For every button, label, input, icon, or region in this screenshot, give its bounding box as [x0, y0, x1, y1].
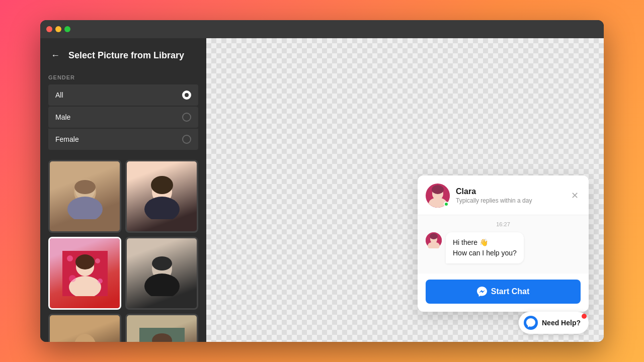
chat-body: 16:27 Hi there 👋 How c: [418, 215, 589, 274]
left-panel: ← Select Picture from Library GENDER All…: [40, 38, 206, 342]
photo-item-man4[interactable]: [125, 314, 198, 342]
photo-item-woman1[interactable]: [125, 160, 198, 233]
message-avatar: [426, 232, 442, 248]
agent-status: Typically replies within a day: [456, 197, 562, 204]
message-line1: Hi there 👋: [453, 237, 517, 248]
messenger-icon: [477, 287, 487, 297]
window-content: ← Select Picture from Library GENDER All…: [40, 38, 604, 342]
svg-point-6: [144, 197, 180, 219]
photo-item-woman2[interactable]: [48, 237, 121, 310]
gender-label: GENDER: [48, 74, 198, 80]
svg-point-12: [95, 258, 100, 263]
message-row: Hi there 👋 How can I help you?: [426, 232, 581, 263]
svg-point-26: [432, 185, 444, 194]
photo-grid: [48, 160, 198, 342]
photo-woman2: [50, 238, 120, 308]
svg-point-2: [74, 180, 96, 194]
online-indicator: [444, 202, 449, 207]
chat-agent-info: Clara Typically replies within a day: [456, 187, 562, 204]
minimize-traffic-light[interactable]: [55, 26, 61, 32]
photo-item-man2[interactable]: [125, 237, 198, 310]
svg-point-5: [151, 176, 173, 194]
message-timestamp: 16:27: [426, 221, 581, 227]
svg-point-14: [98, 279, 103, 284]
photo-man4: [127, 315, 197, 342]
svg-point-9: [75, 254, 95, 269]
close-traffic-light[interactable]: [46, 26, 52, 32]
back-button[interactable]: ←: [48, 48, 62, 62]
title-bar: [40, 20, 604, 38]
chat-close-button[interactable]: ✕: [569, 190, 581, 202]
svg-point-3: [67, 197, 103, 219]
svg-point-17: [144, 274, 180, 296]
panel-title: Select Picture from Library: [68, 50, 184, 61]
traffic-lights: [46, 26, 70, 32]
photo-item-man1[interactable]: [48, 160, 121, 233]
photo-man1: [50, 161, 120, 231]
gender-option-male[interactable]: Male: [48, 107, 198, 128]
gender-male-label: Male: [55, 113, 70, 121]
svg-point-16: [152, 256, 172, 270]
photo-man2: [127, 238, 197, 308]
maximize-traffic-light[interactable]: [64, 26, 70, 32]
message-bubble: Hi there 👋 How can I help you?: [446, 232, 524, 263]
svg-point-11: [67, 255, 73, 261]
notification-dot: [582, 314, 587, 319]
svg-point-30: [430, 233, 438, 239]
gender-male-radio[interactable]: [182, 113, 191, 122]
photo-item-man3[interactable]: [48, 314, 121, 342]
start-chat-label: Start Chat: [491, 287, 529, 296]
chat-header: Clara Typically replies within a day ✕: [418, 175, 589, 215]
gender-all-label: All: [55, 91, 63, 99]
need-help-label: Need Help?: [542, 319, 581, 327]
photo-man3: [50, 315, 120, 342]
need-help-icon: [524, 316, 538, 330]
panel-header: ← Select Picture from Library: [48, 48, 198, 62]
svg-point-18: [74, 334, 96, 342]
app-window: ← Select Picture from Library GENDER All…: [40, 20, 604, 342]
gender-all-radio[interactable]: [182, 90, 191, 100]
agent-name: Clara: [456, 187, 562, 196]
right-panel: Clara Typically replies within a day ✕ 1…: [206, 38, 604, 342]
gender-female-radio[interactable]: [182, 135, 191, 144]
start-chat-button[interactable]: Start Chat: [426, 280, 581, 304]
chat-widget: Clara Typically replies within a day ✕ 1…: [418, 175, 589, 312]
photo-woman1: [127, 161, 197, 231]
need-help-button[interactable]: Need Help?: [519, 312, 589, 334]
agent-avatar-wrap: [426, 184, 450, 208]
message-line2: How can I help you?: [453, 248, 517, 258]
svg-point-13: [69, 275, 76, 282]
gender-section: GENDER All Male Female: [48, 74, 198, 150]
gender-option-all[interactable]: All: [48, 84, 198, 106]
gender-option-female[interactable]: Female: [48, 129, 198, 150]
gender-female-label: Female: [55, 135, 79, 143]
